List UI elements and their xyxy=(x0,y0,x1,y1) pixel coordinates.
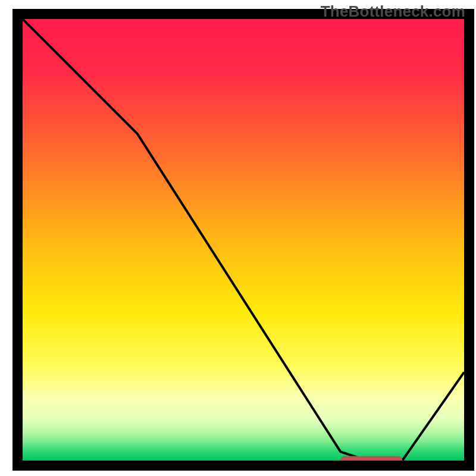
watermark-text: TheBottleneck.com xyxy=(321,2,465,21)
chart-stage: TheBottleneck.com xyxy=(0,0,476,476)
plot-area xyxy=(18,14,469,466)
bottleneck-chart xyxy=(0,0,476,476)
